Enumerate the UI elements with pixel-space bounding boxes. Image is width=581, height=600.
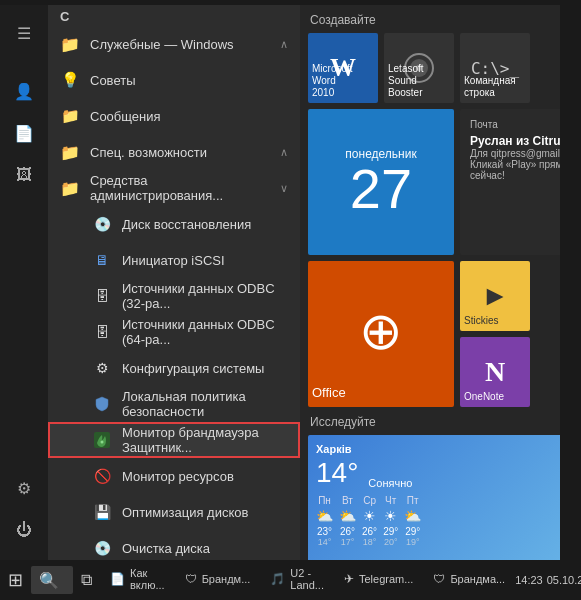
collapse-arrow: ∨ xyxy=(280,182,288,195)
firewall-icon xyxy=(92,430,112,450)
app-label: Средства администрирования... xyxy=(90,173,270,203)
list-item[interactable]: 📁 Средства администрирования... ∨ xyxy=(48,170,300,206)
word-label: Microsoft Word2010 xyxy=(312,63,374,99)
taskbar-app-1[interactable]: 📄 Как вклю... xyxy=(100,560,175,600)
folder-icon: 📁 xyxy=(60,34,80,54)
list-item[interactable]: 📁 Служебные — Windows ∧ xyxy=(48,26,300,62)
app-label: Конфигурация системы xyxy=(122,361,264,376)
taskbar-app-4[interactable]: ✈ Telegram... xyxy=(334,560,423,600)
disk-icon: 💿 xyxy=(92,214,112,234)
app2-icon: 🛡 xyxy=(185,572,197,586)
photos-icon[interactable]: 🖼 xyxy=(4,155,44,195)
search-icon: 🔍 xyxy=(39,571,59,590)
list-item[interactable]: 💡 Советы xyxy=(48,62,300,98)
list-item[interactable]: 🚫 Монитор ресурсов xyxy=(48,458,300,494)
app5-icon: 🛡 xyxy=(433,572,445,586)
list-item[interactable]: 💾 Оптимизация дисков xyxy=(48,494,300,530)
folder-icon: 📁 xyxy=(60,178,80,198)
app-list: С 📁 Служебные — Windows ∧ 💡 Советы 📁 Соо… xyxy=(48,5,300,560)
tiles-panel: Создавайте W Microsoft Word2010 xyxy=(300,5,560,560)
weather-city: Харків xyxy=(316,443,560,455)
taskbar-app-2[interactable]: 🛡 Брандм... xyxy=(175,560,261,600)
taskbar-apps: 📄 Как вклю... 🛡 Брандм... 🎵 U2 - Land...… xyxy=(100,560,515,600)
folder-icon: 📁 xyxy=(60,142,80,162)
app-label: Оптимизация дисков xyxy=(122,505,248,520)
windows-icon: ⊞ xyxy=(8,569,23,591)
start-button[interactable]: ⊞ xyxy=(0,560,31,600)
list-item[interactable]: 💿 Очистка диска xyxy=(48,530,300,560)
explore-section-label: Исследуйте xyxy=(308,415,552,429)
list-item[interactable]: 🗄 Источники данных ODBC (32-ра... xyxy=(48,278,300,314)
tile-row-1: W Microsoft Word2010 Letasoft SoundBoost… xyxy=(308,33,552,103)
taskbar-app-5[interactable]: 🛡 Брандма... xyxy=(423,560,515,600)
office-tile[interactable]: ⊕ Office xyxy=(308,261,454,407)
forecast-fri: Пт ⛅ 29° 19° xyxy=(404,495,421,547)
weather-temp: 14° xyxy=(316,457,358,489)
disk3-icon: 💿 xyxy=(92,538,112,558)
onenote-tile[interactable]: N OneNote xyxy=(460,337,530,407)
tip-icon: 💡 xyxy=(60,70,80,90)
app-label: Локальная политика безопасности xyxy=(122,389,288,419)
app-label: Источники данных ODBC (32-ра... xyxy=(122,281,288,311)
db-icon: 🗄 xyxy=(92,286,112,306)
email-tile[interactable]: Почта Руслан из Citrus.ua Для qitpress@g… xyxy=(460,109,560,255)
expand-arrow: ∧ xyxy=(280,38,288,51)
db-icon: 🗄 xyxy=(92,322,112,342)
list-item[interactable]: 📁 Спец. возможности ∧ xyxy=(48,134,300,170)
gear-icon: ⚙ xyxy=(92,358,112,378)
word-tile[interactable]: W Microsoft Word2010 xyxy=(308,33,378,103)
power-icon[interactable]: ⏻ xyxy=(4,510,44,550)
letter-heading: С xyxy=(48,5,300,26)
list-item[interactable]: 💿 Диск восстановления xyxy=(48,206,300,242)
taskbar-right: 14:23 05.10.2020 xyxy=(515,574,581,586)
svg-point-1 xyxy=(101,441,104,444)
task-view-button[interactable]: ⧉ xyxy=(73,560,100,600)
task-view-icon: ⧉ xyxy=(81,571,92,589)
app1-label: Как вклю... xyxy=(130,567,165,591)
list-item[interactable]: 📁 Сообщения xyxy=(48,98,300,134)
time-display: 14:23 xyxy=(515,574,543,586)
app-list-panel: С 📁 Служебные — Windows ∧ 💡 Советы 📁 Соо… xyxy=(48,5,300,560)
weather-tile[interactable]: Харків 14° Сонячно Пн ⛅ 23° 14° Вт ⛅ 26°… xyxy=(308,435,560,560)
weather-condition: Сонячно xyxy=(368,477,412,489)
resmon-icon: 🚫 xyxy=(92,466,112,486)
app-label: Источники данных ODBC (64-ра... xyxy=(122,317,288,347)
app-label: Сообщения xyxy=(90,109,161,124)
date-display: 05.10.2020 xyxy=(547,574,581,586)
cmd-tile[interactable]: C:\>_ Команднаястрока xyxy=(460,33,530,103)
sound-label: Letasoft SoundBooster xyxy=(388,63,450,99)
calendar-tile[interactable]: понедельник 27 xyxy=(308,109,454,255)
email-sender: Руслан из Citrus.ua xyxy=(470,134,560,148)
msg-icon: 📁 xyxy=(60,106,80,126)
user-icon[interactable]: 👤 xyxy=(4,71,44,111)
app5-label: Брандма... xyxy=(450,573,505,585)
office-label: Office xyxy=(312,385,450,401)
forecast-mon: Пн ⛅ 23° 14° xyxy=(316,495,333,547)
search-taskbar[interactable]: 🔍 xyxy=(31,566,73,594)
big-row: понедельник 27 Почта Руслан из Citrus.ua… xyxy=(308,109,552,407)
office-row: ⊕ Office ► Stickies xyxy=(308,261,560,407)
app-label: Спец. возможности xyxy=(90,145,207,160)
email-desc: Для qitpress@gmail.com // Кликай «Play» … xyxy=(470,148,560,181)
list-item[interactable]: 🖥 Инициатор iSCSI xyxy=(48,242,300,278)
list-item[interactable]: 🗄 Источники данных ODBC (64-ра... xyxy=(48,314,300,350)
hamburger-icon[interactable]: ☰ xyxy=(4,13,44,53)
stickies-tile[interactable]: ► Stickies xyxy=(460,261,530,331)
taskbar-app-3[interactable]: 🎵 U2 - Land... xyxy=(260,560,334,600)
svg-text:⊕: ⊕ xyxy=(359,303,403,360)
app-label: Диск восстановления xyxy=(122,217,251,232)
settings-icon[interactable]: ⚙ xyxy=(4,468,44,508)
app3-label: U2 - Land... xyxy=(290,567,324,591)
app-label: Советы xyxy=(90,73,135,88)
app4-label: Telegram... xyxy=(359,573,413,585)
taskbar: ⊞ 🔍 ⧉ 📄 Как вклю... 🛡 Брандм... 🎵 U2 - L… xyxy=(0,560,581,600)
document-icon[interactable]: 📄 xyxy=(4,113,44,153)
app2-label: Брандм... xyxy=(202,573,251,585)
shield-icon xyxy=(92,394,112,414)
firewall-monitor-item[interactable]: Монитор брандмауэра Защитник... xyxy=(48,422,300,458)
list-item[interactable]: ⚙ Конфигурация системы xyxy=(48,350,300,386)
onenote-label: OneNote xyxy=(464,391,526,403)
calendar-email-block: понедельник 27 Почта Руслан из Citrus.ua… xyxy=(308,109,560,407)
list-item[interactable]: Локальная политика безопасности xyxy=(48,386,300,422)
sound-tile[interactable]: Letasoft SoundBooster xyxy=(384,33,454,103)
